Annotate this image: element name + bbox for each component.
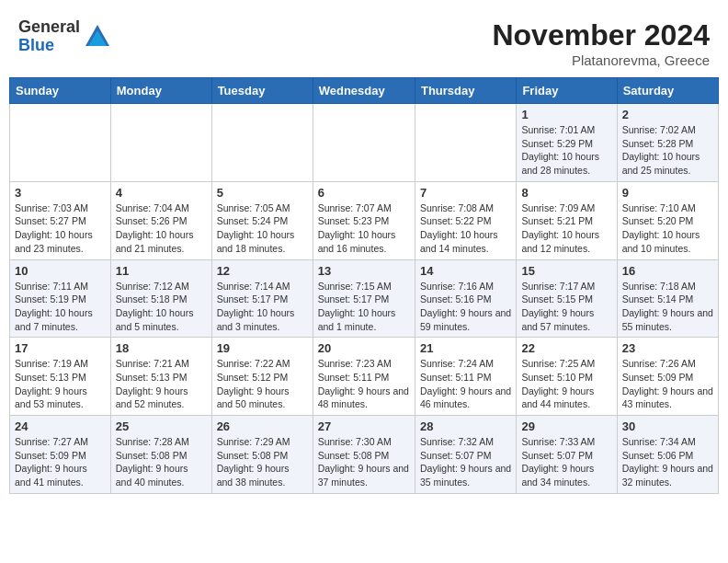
calendar-cell: 25Sunrise: 7:28 AM Sunset: 5:08 PM Dayli… — [110, 416, 211, 494]
logo-general-text: General — [18, 18, 80, 37]
weekday-header-tuesday: Tuesday — [211, 78, 313, 104]
day-info: Sunrise: 7:24 AM Sunset: 5:11 PM Dayligh… — [420, 357, 511, 411]
calendar-cell — [313, 104, 415, 182]
day-number: 18 — [116, 341, 207, 355]
day-number: 19 — [217, 341, 308, 355]
day-info: Sunrise: 7:12 AM Sunset: 5:18 PM Dayligh… — [116, 280, 207, 334]
day-info: Sunrise: 7:29 AM Sunset: 5:08 PM Dayligh… — [217, 435, 308, 489]
calendar-cell: 6Sunrise: 7:07 AM Sunset: 5:23 PM Daylig… — [313, 181, 415, 259]
calendar-cell: 27Sunrise: 7:30 AM Sunset: 5:08 PM Dayli… — [313, 416, 415, 494]
day-number: 10 — [15, 264, 106, 278]
day-number: 11 — [116, 264, 207, 278]
calendar-cell: 16Sunrise: 7:18 AM Sunset: 5:14 PM Dayli… — [617, 259, 718, 338]
day-info: Sunrise: 7:15 AM Sunset: 5:17 PM Dayligh… — [318, 280, 410, 334]
day-number: 30 — [622, 419, 713, 433]
day-info: Sunrise: 7:34 AM Sunset: 5:06 PM Dayligh… — [622, 435, 713, 489]
day-number: 16 — [622, 264, 713, 278]
day-number: 4 — [116, 186, 207, 200]
calendar-cell: 1Sunrise: 7:01 AM Sunset: 5:29 PM Daylig… — [517, 104, 617, 182]
calendar-cell: 30Sunrise: 7:34 AM Sunset: 5:06 PM Dayli… — [617, 416, 718, 494]
day-info: Sunrise: 7:22 AM Sunset: 5:12 PM Dayligh… — [217, 357, 308, 411]
page-header: General Blue November 2024 Platanorevma,… — [9, 9, 719, 73]
day-info: Sunrise: 7:08 AM Sunset: 5:22 PM Dayligh… — [420, 201, 511, 256]
day-info: Sunrise: 7:25 AM Sunset: 5:10 PM Dayligh… — [521, 357, 611, 411]
calendar-cell: 7Sunrise: 7:08 AM Sunset: 5:22 PM Daylig… — [415, 181, 516, 259]
logo-blue-text: Blue — [18, 37, 80, 55]
day-info: Sunrise: 7:10 AM Sunset: 5:20 PM Dayligh… — [622, 201, 713, 256]
day-number: 15 — [521, 264, 611, 278]
day-info: Sunrise: 7:33 AM Sunset: 5:07 PM Dayligh… — [521, 435, 611, 489]
calendar-cell: 23Sunrise: 7:26 AM Sunset: 5:09 PM Dayli… — [617, 338, 718, 416]
day-info: Sunrise: 7:01 AM Sunset: 5:29 PM Dayligh… — [521, 123, 611, 178]
day-info: Sunrise: 7:32 AM Sunset: 5:07 PM Dayligh… — [420, 435, 511, 489]
weekday-header-saturday: Saturday — [617, 78, 718, 104]
day-info: Sunrise: 7:03 AM Sunset: 5:27 PM Dayligh… — [15, 201, 106, 256]
calendar-cell: 21Sunrise: 7:24 AM Sunset: 5:11 PM Dayli… — [415, 338, 516, 416]
calendar-cell: 15Sunrise: 7:17 AM Sunset: 5:15 PM Dayli… — [517, 259, 617, 338]
title-area: November 2024 Platanorevma, Greece — [492, 18, 710, 68]
day-info: Sunrise: 7:16 AM Sunset: 5:16 PM Dayligh… — [420, 280, 511, 334]
day-info: Sunrise: 7:21 AM Sunset: 5:13 PM Dayligh… — [116, 357, 207, 411]
day-number: 21 — [420, 341, 511, 355]
weekday-header-row: SundayMondayTuesdayWednesdayThursdayFrid… — [10, 78, 719, 104]
calendar-cell: 12Sunrise: 7:14 AM Sunset: 5:17 PM Dayli… — [211, 259, 313, 338]
day-number: 25 — [116, 419, 207, 433]
day-number: 13 — [318, 264, 410, 278]
day-info: Sunrise: 7:18 AM Sunset: 5:14 PM Dayligh… — [622, 280, 713, 334]
day-info: Sunrise: 7:23 AM Sunset: 5:11 PM Dayligh… — [318, 357, 410, 411]
day-number: 23 — [622, 341, 713, 355]
calendar-week-row: 3Sunrise: 7:03 AM Sunset: 5:27 PM Daylig… — [10, 181, 719, 259]
day-number: 17 — [15, 341, 106, 355]
month-title: November 2024 — [492, 18, 710, 52]
calendar-week-row: 1Sunrise: 7:01 AM Sunset: 5:29 PM Daylig… — [10, 104, 719, 182]
day-number: 28 — [420, 419, 511, 433]
day-number: 7 — [420, 186, 511, 200]
calendar-cell: 2Sunrise: 7:02 AM Sunset: 5:28 PM Daylig… — [617, 104, 718, 182]
calendar-cell: 18Sunrise: 7:21 AM Sunset: 5:13 PM Dayli… — [110, 338, 211, 416]
calendar-cell: 14Sunrise: 7:16 AM Sunset: 5:16 PM Dayli… — [415, 259, 516, 338]
day-info: Sunrise: 7:27 AM Sunset: 5:09 PM Dayligh… — [15, 435, 106, 489]
day-number: 20 — [318, 341, 410, 355]
calendar-cell: 22Sunrise: 7:25 AM Sunset: 5:10 PM Dayli… — [517, 338, 617, 416]
calendar-week-row: 10Sunrise: 7:11 AM Sunset: 5:19 PM Dayli… — [10, 259, 719, 338]
calendar-cell: 8Sunrise: 7:09 AM Sunset: 5:21 PM Daylig… — [517, 181, 617, 259]
day-number: 8 — [521, 186, 611, 200]
day-info: Sunrise: 7:17 AM Sunset: 5:15 PM Dayligh… — [521, 280, 611, 334]
day-number: 27 — [318, 419, 410, 433]
day-info: Sunrise: 7:28 AM Sunset: 5:08 PM Dayligh… — [116, 435, 207, 489]
day-info: Sunrise: 7:19 AM Sunset: 5:13 PM Dayligh… — [15, 357, 106, 411]
day-info: Sunrise: 7:07 AM Sunset: 5:23 PM Dayligh… — [318, 201, 410, 256]
calendar-cell: 9Sunrise: 7:10 AM Sunset: 5:20 PM Daylig… — [617, 181, 718, 259]
day-info: Sunrise: 7:30 AM Sunset: 5:08 PM Dayligh… — [318, 435, 410, 489]
day-number: 2 — [622, 108, 713, 121]
day-number: 5 — [217, 186, 308, 200]
calendar-cell: 26Sunrise: 7:29 AM Sunset: 5:08 PM Dayli… — [211, 416, 313, 494]
calendar-cell: 29Sunrise: 7:33 AM Sunset: 5:07 PM Dayli… — [517, 416, 617, 494]
day-info: Sunrise: 7:04 AM Sunset: 5:26 PM Dayligh… — [116, 201, 207, 256]
weekday-header-wednesday: Wednesday — [313, 78, 415, 104]
calendar-cell: 19Sunrise: 7:22 AM Sunset: 5:12 PM Dayli… — [211, 338, 313, 416]
day-info: Sunrise: 7:14 AM Sunset: 5:17 PM Dayligh… — [217, 280, 308, 334]
calendar-cell: 3Sunrise: 7:03 AM Sunset: 5:27 PM Daylig… — [10, 181, 111, 259]
logo: General Blue — [18, 18, 111, 55]
day-number: 24 — [15, 419, 106, 433]
calendar-cell: 11Sunrise: 7:12 AM Sunset: 5:18 PM Dayli… — [110, 259, 211, 338]
calendar-cell — [211, 104, 313, 182]
weekday-header-thursday: Thursday — [415, 78, 516, 104]
day-number: 12 — [217, 264, 308, 278]
day-number: 9 — [622, 186, 713, 200]
calendar-table: SundayMondayTuesdayWednesdayThursdayFrid… — [9, 77, 719, 494]
day-number: 26 — [217, 419, 308, 433]
calendar-week-row: 17Sunrise: 7:19 AM Sunset: 5:13 PM Dayli… — [10, 338, 719, 416]
weekday-header-friday: Friday — [517, 78, 617, 104]
weekday-header-sunday: Sunday — [10, 78, 111, 104]
day-info: Sunrise: 7:26 AM Sunset: 5:09 PM Dayligh… — [622, 357, 713, 411]
calendar-cell: 24Sunrise: 7:27 AM Sunset: 5:09 PM Dayli… — [10, 416, 111, 494]
day-number: 22 — [521, 341, 611, 355]
day-number: 6 — [318, 186, 410, 200]
location: Platanorevma, Greece — [492, 52, 710, 68]
calendar-cell: 13Sunrise: 7:15 AM Sunset: 5:17 PM Dayli… — [313, 259, 415, 338]
weekday-header-monday: Monday — [110, 78, 211, 104]
day-info: Sunrise: 7:05 AM Sunset: 5:24 PM Dayligh… — [217, 201, 308, 256]
day-info: Sunrise: 7:11 AM Sunset: 5:19 PM Dayligh… — [15, 280, 106, 334]
